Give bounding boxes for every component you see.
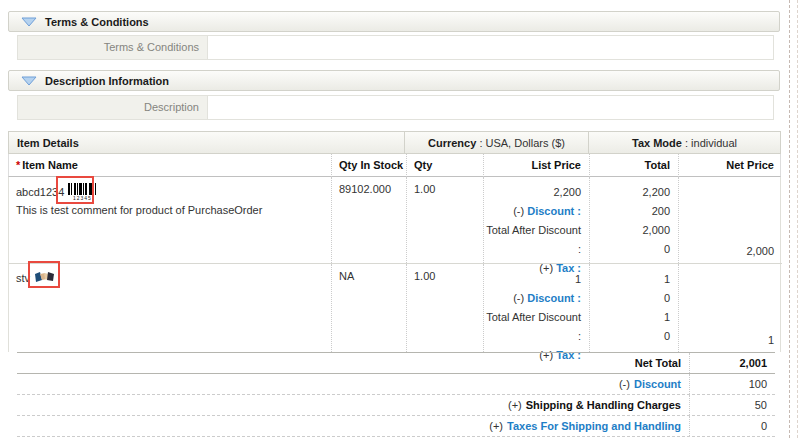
column-header-row: *Item Name Qty In Stock Qty List Price T… [8,154,781,177]
annotation-box-barcode [56,176,94,204]
total-cell: 2,200 200 2,000 0 [589,177,678,263]
qty-in-stock-value: 89102.000 [331,177,406,263]
description-field-value[interactable] [208,96,773,119]
item-row-1: abcd1234 12345 This is t [9,177,782,264]
list-price-cell: 1 (-) Discount : Total After Discount : … [483,264,589,352]
column-list-price: List Price [483,154,589,177]
currency-label: Currency [428,137,476,149]
discount-link-line: (-) Discount : [484,289,589,308]
item-rows: abcd1234 12345 This is t [8,177,781,352]
purchase-order-form: Terms & Conditions Terms & Conditions De… [0,0,800,438]
shipping-charges-row: (+)Shipping & Handling Charges 50 [17,395,775,416]
item-comment: This is test comment for product of Purc… [16,204,331,216]
required-marker: * [16,159,20,171]
discount-value: 200 [590,202,678,221]
column-net-price: Net Price [678,154,782,177]
total-after-discount-value: 2,000 [590,221,678,240]
total-cell: 1 0 1 0 [589,264,678,352]
total-value: 2,200 [590,183,678,202]
column-total: Total [589,154,678,177]
totals-section: Net Total 2,001 (-)Discount 100 (+)Shipp… [17,352,775,437]
total-value: 1 [590,270,678,289]
total-after-discount-label: Total After Discount : [484,221,589,259]
net-total-row: Net Total 2,001 [17,352,775,374]
item-details-table: Item Details Currency : USA, Dollars ($)… [8,131,781,437]
tax-mode-label: Tax Mode [632,137,682,149]
terms-field-value[interactable] [208,36,773,59]
page-boundary-dashed-line [789,0,790,438]
net-total-value: 2,001 [690,357,775,369]
shipping-taxes-link[interactable]: Taxes For Shipping and Handling [507,420,681,432]
column-qty: Qty [406,154,483,177]
list-price-value: 1 [484,270,589,289]
column-qty-in-stock: Qty In Stock [331,154,406,177]
discount-total-link[interactable]: Discount [634,378,681,390]
shipping-taxes-row: (+)Taxes For Shipping and Handling 0 [17,416,775,437]
currency-value: USA, Dollars ($) [486,137,565,149]
total-after-discount-value: 1 [590,308,678,327]
net-price-cell: 2,000 [678,177,782,263]
description-field-row: Description [17,95,774,120]
discount-link[interactable]: Discount : [527,292,581,304]
net-price-cell: 1 [678,264,782,352]
list-price-value: 2,200 [484,183,589,202]
tax-mode-separator: : [682,137,691,149]
shipping-charges-value: 50 [690,399,775,411]
item-details-title: Item Details [9,132,405,153]
annotation-box-product-image [28,261,60,288]
currency-separator: : [476,137,485,149]
section-title: Terms & Conditions [45,16,149,28]
collapse-triangle-icon[interactable] [21,76,37,86]
tax-mode-value: individual [691,137,737,149]
net-total-label: Net Total [635,357,681,369]
section-header-description[interactable]: Description Information [8,70,780,91]
qty-value: 1.00 [406,177,483,263]
column-item-name: *Item Name [9,154,331,177]
discount-value: 0 [590,289,678,308]
qty-value: 1.00 [406,264,483,352]
list-price-cell: 2,200 (-) Discount : Total After Discoun… [483,177,589,263]
tax-value: 0 [590,240,678,259]
discount-total-value: 100 [690,378,775,390]
discount-link[interactable]: Discount : [527,205,581,217]
discount-link-line: (-) Discount : [484,202,589,221]
description-field-label: Description [18,96,208,119]
shipping-charges-label: Shipping & Handling Charges [526,399,681,411]
currency-header: Currency : USA, Dollars ($) [405,132,589,153]
tax-value: 0 [590,327,678,346]
collapse-triangle-icon[interactable] [21,17,37,27]
section-header-terms[interactable]: Terms & Conditions [8,11,780,32]
terms-field-row: Terms & Conditions [17,35,774,60]
tax-mode-header: Tax Mode : individual [589,132,780,153]
page-boundary-dashed-line [797,0,798,438]
terms-field-label: Terms & Conditions [18,36,208,59]
item-details-header-bar: Item Details Currency : USA, Dollars ($)… [8,131,781,154]
qty-in-stock-value: NA [331,264,406,352]
item-row-2: stv NA 1.00 1 [9,264,782,352]
total-after-discount-label: Total After Discount : [484,308,589,346]
shipping-taxes-value: 0 [690,420,775,432]
discount-total-row: (-)Discount 100 [17,374,775,395]
section-title: Description Information [45,75,169,87]
